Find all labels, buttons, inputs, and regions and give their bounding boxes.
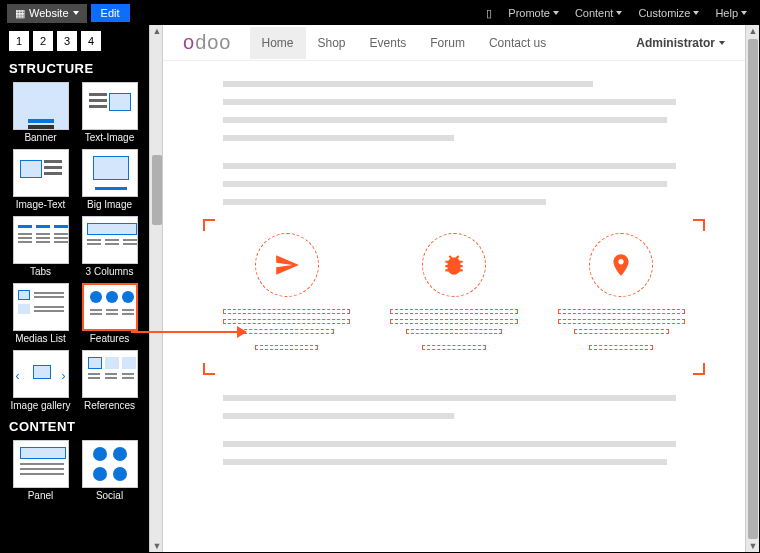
social-thumb-icon <box>82 440 138 488</box>
block-image-text[interactable]: Image-Text <box>9 149 72 210</box>
content-placeholder <box>223 135 454 141</box>
nav-contact[interactable]: Contact us <box>477 27 558 59</box>
big-image-thumb-icon <box>82 149 138 197</box>
website-canvas: odoo Home Shop Events Forum Contact us A… <box>163 25 745 552</box>
block-tabs[interactable]: Tabs <box>9 216 72 277</box>
selection-corner-icon <box>693 363 705 375</box>
image-text-thumb-icon <box>13 149 69 197</box>
caret-down-icon <box>73 11 79 15</box>
feature-placeholder <box>223 309 350 314</box>
feature-placeholder <box>558 309 685 314</box>
block-medias-list[interactable]: Medias List <box>9 283 72 344</box>
scroll-down-icon[interactable]: ▼ <box>152 540 162 552</box>
nav-forum[interactable]: Forum <box>418 27 477 59</box>
feature-placeholder <box>406 329 501 334</box>
topbar: ▦ Website Edit ▯ Promote Content Customi… <box>1 1 759 25</box>
content-placeholder <box>223 117 667 123</box>
nav-events[interactable]: Events <box>358 27 419 59</box>
feature-placeholder <box>589 345 653 350</box>
block-panel[interactable]: Panel <box>9 440 72 501</box>
block-features[interactable]: Features <box>78 283 141 344</box>
scroll-up-icon[interactable]: ▲ <box>748 25 758 37</box>
section-structure-title: STRUCTURE <box>9 61 141 76</box>
content-placeholder <box>223 81 593 87</box>
scroll-thumb[interactable] <box>152 155 162 225</box>
scroll-up-icon[interactable]: ▲ <box>152 25 162 37</box>
caret-down-icon <box>553 11 559 15</box>
pager-4[interactable]: 4 <box>81 31 101 51</box>
bug-icon <box>422 233 486 297</box>
feature-placeholder <box>390 309 517 314</box>
features-thumb-icon <box>82 283 138 331</box>
image-gallery-thumb-icon: ‹› <box>13 350 69 398</box>
grid-icon: ▦ <box>15 7 25 20</box>
edit-button[interactable]: Edit <box>91 4 130 22</box>
three-columns-thumb-icon <box>82 216 138 264</box>
panel-thumb-icon <box>13 440 69 488</box>
top-menu-help[interactable]: Help <box>709 4 753 22</box>
site-header: odoo Home Shop Events Forum Contact us A… <box>163 25 745 61</box>
pager: 1 2 3 4 <box>9 31 141 51</box>
feature-column <box>558 233 685 355</box>
features-drop-preview[interactable] <box>203 219 705 375</box>
selection-corner-icon <box>693 219 705 231</box>
block-image-gallery[interactable]: ‹› Image gallery <box>9 350 72 411</box>
block-social[interactable]: Social <box>78 440 141 501</box>
top-menu-promote[interactable]: Promote <box>502 4 565 22</box>
block-three-columns[interactable]: 3 Columns <box>78 216 141 277</box>
pager-3[interactable]: 3 <box>57 31 77 51</box>
caret-down-icon <box>741 11 747 15</box>
blocks-sidebar: 1 2 3 4 STRUCTURE Banner Text-Image Imag… <box>1 25 149 552</box>
feature-placeholder <box>574 329 669 334</box>
block-banner[interactable]: Banner <box>9 82 72 143</box>
feature-placeholder <box>558 319 685 324</box>
scroll-thumb[interactable] <box>748 39 758 539</box>
pager-1[interactable]: 1 <box>9 31 29 51</box>
drag-arrow-icon <box>131 331 246 333</box>
nav-home[interactable]: Home <box>250 27 306 59</box>
website-menu-button[interactable]: ▦ Website <box>7 4 87 23</box>
content-placeholder <box>223 413 454 419</box>
feature-placeholder <box>422 345 486 350</box>
content-placeholder <box>223 181 667 187</box>
admin-menu[interactable]: Administrator <box>636 36 725 50</box>
map-pin-icon <box>589 233 653 297</box>
feature-placeholder <box>223 319 350 324</box>
scroll-down-icon[interactable]: ▼ <box>748 540 758 552</box>
text-image-thumb-icon <box>82 82 138 130</box>
selection-corner-icon <box>203 363 215 375</box>
tabs-thumb-icon <box>13 216 69 264</box>
content-placeholder <box>223 459 667 465</box>
block-references[interactable]: References <box>78 350 141 411</box>
caret-down-icon <box>693 11 699 15</box>
medias-list-thumb-icon <box>13 283 69 331</box>
canvas-scrollbar-left[interactable]: ▲ ▼ <box>149 25 163 552</box>
feature-placeholder <box>390 319 517 324</box>
content-placeholder <box>223 99 676 105</box>
caret-down-icon <box>719 41 725 45</box>
feature-placeholder <box>255 345 319 350</box>
top-menu-content[interactable]: Content <box>569 4 629 22</box>
website-label: Website <box>29 7 69 19</box>
section-content-title: CONTENT <box>9 419 141 434</box>
canvas-scrollbar-right[interactable]: ▲ ▼ <box>745 25 759 552</box>
site-logo[interactable]: odoo <box>183 31 232 54</box>
block-big-image[interactable]: Big Image <box>78 149 141 210</box>
content-placeholder <box>223 199 546 205</box>
mobile-preview-icon[interactable]: ▯ <box>480 4 498 23</box>
top-menu-customize[interactable]: Customize <box>632 4 705 22</box>
nav-shop[interactable]: Shop <box>306 27 358 59</box>
block-text-image[interactable]: Text-Image <box>78 82 141 143</box>
references-thumb-icon <box>82 350 138 398</box>
feature-column <box>390 233 517 355</box>
caret-down-icon <box>616 11 622 15</box>
pager-2[interactable]: 2 <box>33 31 53 51</box>
site-nav: Home Shop Events Forum Contact us <box>250 27 559 59</box>
content-placeholder <box>223 441 676 447</box>
content-placeholder <box>223 395 676 401</box>
paper-plane-icon <box>255 233 319 297</box>
page-body[interactable] <box>163 61 745 497</box>
content-placeholder <box>223 163 676 169</box>
banner-thumb-icon <box>13 82 69 130</box>
selection-corner-icon <box>203 219 215 231</box>
